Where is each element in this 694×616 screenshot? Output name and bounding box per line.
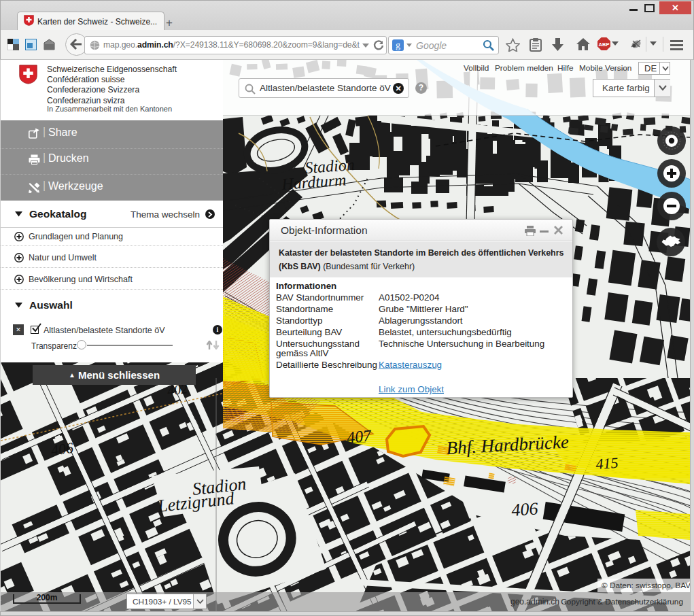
svg-text:415: 415 bbox=[595, 454, 619, 473]
svg-text:ABP: ABP bbox=[599, 41, 610, 48]
svg-text:406: 406 bbox=[510, 498, 538, 520]
svg-text:406: 406 bbox=[50, 439, 74, 459]
svg-text:407: 407 bbox=[346, 426, 373, 447]
